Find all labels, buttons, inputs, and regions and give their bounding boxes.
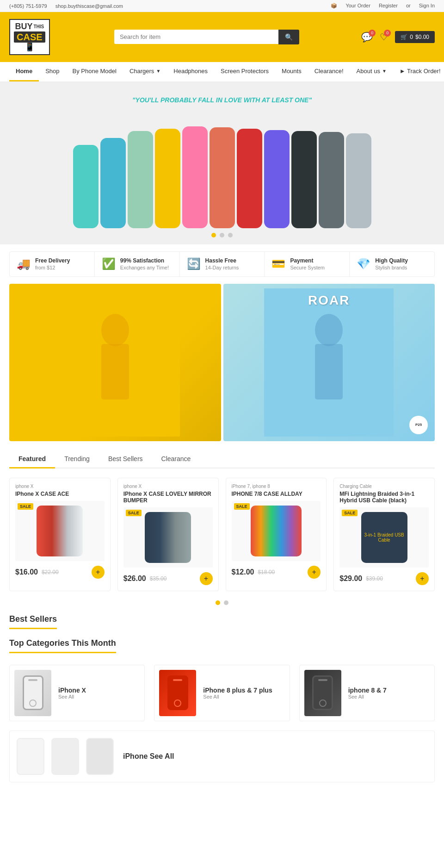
banner-dot-1[interactable] bbox=[211, 233, 216, 237]
svg-point-4 bbox=[315, 314, 343, 346]
feature-delivery-text: Free Delivery from $12 bbox=[35, 257, 70, 271]
categories-heading: Top Categories This Month bbox=[9, 638, 435, 658]
iphone-see-all-label[interactable]: iPhone See All bbox=[123, 752, 174, 761]
logo[interactable]: BUY THIS CASE 📱 bbox=[9, 19, 52, 55]
svg-rect-5 bbox=[315, 344, 343, 400]
feature-delivery-title: Free Delivery bbox=[35, 257, 70, 264]
feature-satisfaction: ✅ 99% Satisfaction Exchanges any Time! bbox=[95, 252, 180, 276]
case-teal bbox=[73, 145, 99, 228]
iphone-8p-see-all[interactable]: See All bbox=[203, 694, 272, 699]
product-2-sale-badge: SALE bbox=[126, 510, 142, 516]
product-2-old-price: $35.00 bbox=[150, 575, 167, 582]
nav-clearance[interactable]: Clearance! bbox=[308, 62, 350, 81]
iphone-see-all-text-wrap: iPhone See All bbox=[123, 752, 174, 761]
category-iphone-x[interactable]: iPhone X See All bbox=[9, 665, 145, 721]
nav-home[interactable]: Home bbox=[9, 62, 39, 81]
footer-space bbox=[0, 792, 444, 806]
product-1-sale-badge: SALE bbox=[18, 503, 33, 510]
product-card-2: iphone X IPhone X CASE LOVELY MIRROR BUM… bbox=[117, 478, 219, 591]
promo-right-img bbox=[264, 288, 394, 437]
feature-quality-sub: Stylish brands bbox=[375, 265, 407, 270]
case-yellow bbox=[155, 129, 180, 228]
nav-headphones[interactable]: Headphones bbox=[167, 62, 214, 81]
iphone-8-see-all[interactable]: See All bbox=[348, 694, 387, 699]
promo-badge: P25 bbox=[409, 416, 428, 434]
product-3-add-cart[interactable]: + bbox=[308, 566, 321, 579]
tab-featured[interactable]: Featured bbox=[9, 450, 55, 468]
product-2-price: $26.00 $35.00 + bbox=[123, 572, 213, 585]
or-text: or bbox=[406, 3, 411, 8]
promo-right[interactable]: ROAR P25 bbox=[223, 284, 435, 441]
promo-left[interactable] bbox=[9, 284, 221, 441]
categories-section: Top Categories This Month iPhone X See A… bbox=[9, 638, 435, 721]
nav-by-phone[interactable]: By Phone Model bbox=[66, 62, 123, 81]
product-dot-2[interactable] bbox=[224, 600, 228, 605]
product-2-add-cart[interactable]: + bbox=[200, 572, 213, 585]
nav-mounts[interactable]: Mounts bbox=[275, 62, 308, 81]
wishlist-icon-wrap[interactable]: ♡ 0 bbox=[380, 31, 388, 43]
iphone-thumb-1 bbox=[17, 738, 44, 775]
product-4-price: $29.00 $39.00 + bbox=[339, 572, 429, 585]
promo-images: ROAR P25 bbox=[9, 284, 435, 441]
search-button[interactable]: 🔍 bbox=[278, 30, 299, 44]
product-4-add-cart[interactable]: + bbox=[416, 572, 429, 585]
feature-payment: 💳 Payment Secure System bbox=[265, 252, 350, 276]
main-nav: Home Shop By Phone Model Chargers ▼ Head… bbox=[0, 62, 444, 82]
banner-quote: "YOU'LL PROBABLY FALL IN LOVE WITH AT LE… bbox=[132, 96, 312, 104]
product-2-image bbox=[145, 512, 191, 563]
category-iphone-8p[interactable]: iPhone 8 plus & 7 plus See All bbox=[154, 665, 290, 721]
product-dot-1[interactable] bbox=[216, 600, 220, 605]
top-bar-contact: (+805) 751-5979 shop.buythiscase@gmail.c… bbox=[9, 3, 130, 9]
product-1-image bbox=[37, 506, 83, 556]
product-1-img: SALE bbox=[15, 501, 105, 561]
iphone-x-name: iPhone X bbox=[58, 687, 86, 694]
cart-button[interactable]: 🛒 0 $0.00 bbox=[395, 31, 435, 43]
nav-about[interactable]: About us ▼ bbox=[350, 62, 393, 81]
iphone-see-all-section: iPhone See All bbox=[9, 731, 435, 782]
feature-satisfaction-sub: Exchanges any Time! bbox=[120, 265, 169, 270]
sign-in-link[interactable]: Sign In bbox=[419, 3, 435, 8]
register-link[interactable]: Register bbox=[379, 3, 398, 8]
banner-dots bbox=[211, 233, 233, 237]
promo-left-img bbox=[50, 288, 180, 437]
product-3-img: SALE bbox=[232, 501, 321, 561]
email-address: shop.buythiscase@gmail.com bbox=[56, 3, 123, 9]
product-2-subtitle: iphone X bbox=[123, 484, 213, 489]
feature-satisfaction-text: 99% Satisfaction Exchanges any Time! bbox=[120, 257, 169, 271]
iphone-8-img bbox=[304, 670, 341, 716]
nav-track-order[interactable]: ► Track Order! bbox=[393, 62, 444, 81]
product-3-price: $12.00 $18.00 + bbox=[232, 566, 321, 579]
nav-shop[interactable]: Shop bbox=[39, 62, 66, 81]
cart-amount: $0.00 bbox=[415, 34, 429, 40]
chat-badge: 0 bbox=[369, 30, 376, 37]
tab-clearance[interactable]: Clearance bbox=[152, 450, 200, 468]
search-input[interactable] bbox=[114, 30, 278, 44]
quality-icon: 💎 bbox=[357, 257, 370, 270]
iphone-x-see-all[interactable]: See All bbox=[58, 694, 86, 699]
iphone-thumb-3 bbox=[86, 738, 114, 775]
iphone-8p-name: iPhone 8 plus & 7 plus bbox=[203, 687, 272, 694]
iphone-8-info: iphone 8 & 7 See All bbox=[348, 687, 387, 699]
svg-rect-2 bbox=[101, 344, 129, 400]
nav-chargers[interactable]: Chargers ▼ bbox=[123, 62, 167, 81]
product-4-image: 3-in-1 Braided USB Cable bbox=[361, 512, 407, 563]
nav-screen-protectors[interactable]: Screen Protectors bbox=[214, 62, 275, 81]
chat-icon-wrap[interactable]: 💬 0 bbox=[361, 31, 373, 43]
feature-hassle-text: Hassle Free 14-Day returns bbox=[205, 257, 239, 271]
feature-hassle-free: 🔄 Hassle Free 14-Day returns bbox=[180, 252, 265, 276]
category-iphone-8[interactable]: iphone 8 & 7 See All bbox=[299, 665, 435, 721]
iphone-x-img bbox=[14, 670, 51, 716]
case-orange bbox=[210, 127, 235, 228]
product-1-add-cart[interactable]: + bbox=[92, 566, 105, 579]
product-card-3: iPhone 7, iphone 8 IPHONE 7/8 CASE ALLDA… bbox=[226, 478, 327, 591]
tab-trending[interactable]: Trending bbox=[55, 450, 99, 468]
your-order-link[interactable]: 📦 Your Order bbox=[331, 3, 370, 8]
banner-dot-3[interactable] bbox=[228, 233, 233, 237]
banner-dot-2[interactable] bbox=[220, 233, 224, 237]
tab-best-sellers[interactable]: Best Sellers bbox=[99, 450, 152, 468]
iphone-8-name: iphone 8 & 7 bbox=[348, 687, 387, 694]
feature-hassle-title: Hassle Free bbox=[205, 257, 239, 264]
iphone-8p-info: iPhone 8 plus & 7 plus See All bbox=[203, 687, 272, 699]
best-sellers-section: Best Sellers bbox=[9, 614, 435, 629]
product-4-img: SALE 3-in-1 Braided USB Cable bbox=[339, 507, 429, 568]
